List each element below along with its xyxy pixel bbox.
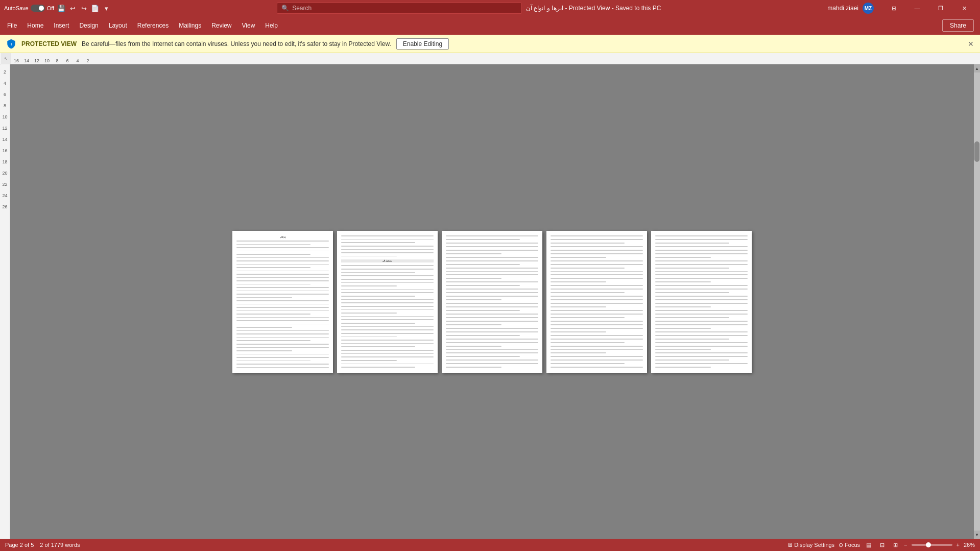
p1-line22: [236, 310, 329, 312]
word-count: 2 of 1779 words: [40, 542, 80, 548]
p3-line25: [446, 321, 538, 322]
p3-line38: [446, 367, 501, 368]
menu-insert[interactable]: Insert: [49, 20, 74, 31]
p1-line34: [236, 350, 292, 351]
p1-line28: [236, 330, 329, 331]
p4-line1: [551, 235, 643, 236]
vertical-scrollbar[interactable]: ▲ ▼: [974, 64, 980, 539]
p1-line26: [236, 324, 329, 325]
p5-line32: [655, 346, 748, 347]
p2-line22: [341, 313, 397, 314]
close-protected-bar-icon[interactable]: ✕: [968, 40, 974, 48]
p3-line28: [446, 331, 538, 332]
document-area[interactable]: پرچم: [10, 64, 974, 539]
enable-editing-button[interactable]: Enable Editing: [396, 38, 449, 50]
p5-line7: [655, 257, 711, 258]
zoom-in-icon[interactable]: +: [957, 542, 960, 548]
p3-line33: [446, 349, 538, 350]
title-center: 🔍 ابرها و انواع آن - Protected View - Sa…: [114, 3, 823, 14]
vruler-26: 26: [2, 201, 7, 212]
p5-line36: [655, 360, 729, 361]
menu-bar: File Home Insert Design Layout Reference…: [0, 16, 980, 35]
minimize-button[interactable]: —: [905, 0, 929, 16]
p1-line8: [236, 264, 329, 265]
zoom-slider[interactable]: [912, 544, 952, 546]
p1-line20: [236, 304, 329, 305]
redo-icon[interactable]: ↪: [80, 4, 88, 12]
p3-line3: [446, 243, 538, 244]
close-button[interactable]: ✕: [952, 0, 976, 16]
p3-line17: [446, 292, 538, 293]
p1-line35: [236, 354, 329, 355]
menu-review[interactable]: Review: [206, 20, 236, 31]
display-settings-icon: 🖥: [787, 542, 793, 548]
p5-line2: [655, 239, 748, 240]
p4-line9: [551, 264, 643, 265]
page-2: مستقبل الی: [337, 231, 438, 373]
p3-line32: [446, 346, 501, 347]
search-box[interactable]: 🔍: [277, 3, 522, 14]
p1-line29: [236, 333, 329, 334]
p3-line19: [446, 299, 501, 300]
p5-line17: [655, 292, 729, 293]
zoom-out-icon[interactable]: −: [904, 542, 907, 548]
p4-line7: [551, 257, 606, 258]
p2-line7: [341, 256, 397, 257]
autosave-switch[interactable]: [31, 5, 45, 12]
customize-icon[interactable]: ▾: [102, 4, 110, 12]
p1-line9: [236, 267, 310, 268]
p5-line19: [655, 299, 748, 300]
p4-line14: [551, 281, 606, 282]
p5-line12: [655, 274, 748, 275]
vruler-4: 4: [4, 78, 6, 89]
autosave-toggle[interactable]: AutoSave Off: [4, 5, 54, 12]
new-doc-icon[interactable]: 📄: [91, 4, 99, 12]
menu-view[interactable]: View: [237, 20, 260, 31]
scroll-up-arrow[interactable]: ▲: [974, 64, 980, 73]
ribbon-toggle-btn[interactable]: ⊟: [882, 0, 905, 16]
focus-button[interactable]: ⊙ Focus: [839, 542, 860, 548]
restore-button[interactable]: ❐: [929, 0, 952, 16]
menu-references[interactable]: References: [132, 20, 174, 31]
p4-line29: [551, 335, 643, 336]
menu-home[interactable]: Home: [22, 20, 49, 31]
search-input[interactable]: [292, 5, 517, 12]
menu-file[interactable]: File: [2, 20, 22, 31]
menu-help[interactable]: Help: [260, 20, 283, 31]
scroll-down-arrow[interactable]: ▼: [974, 531, 980, 539]
view-read-mode-btn[interactable]: ⊞: [891, 540, 900, 549]
p1-line10: [236, 271, 329, 272]
p4-line12: [551, 274, 643, 275]
focus-icon: ⊙: [839, 542, 843, 548]
p1-line36: [236, 357, 329, 358]
menu-layout[interactable]: Layout: [104, 20, 132, 31]
view-web-layout-btn[interactable]: ⊟: [877, 540, 887, 549]
p4-line5: [551, 250, 643, 251]
view-print-layout-btn[interactable]: ▤: [864, 540, 873, 549]
p1-line4: [236, 251, 329, 252]
p5-line15: [655, 285, 748, 286]
p5-line27: [655, 328, 711, 329]
menu-design[interactable]: Design: [74, 20, 103, 31]
zoom-thumb[interactable]: [926, 542, 931, 547]
save-icon[interactable]: 💾: [57, 4, 65, 12]
p2-line19: [341, 302, 434, 303]
scrollbar-track[interactable]: [974, 73, 980, 531]
p5-line22: [655, 310, 748, 311]
menu-mailings[interactable]: Mailings: [174, 20, 206, 31]
p2-line6: [341, 252, 434, 253]
scrollbar-thumb[interactable]: [974, 141, 979, 162]
display-settings-button[interactable]: 🖥 Display Settings: [787, 542, 834, 548]
p1-line16: [236, 291, 329, 292]
user-avatar[interactable]: MZ: [863, 3, 874, 14]
share-button[interactable]: Share: [942, 19, 974, 32]
p3-line20: [446, 303, 538, 304]
horizontal-ruler: 16 14 12 10 8 6 4 2: [11, 53, 979, 64]
p2-line14: [341, 285, 397, 286]
undo-icon[interactable]: ↩: [68, 4, 77, 12]
p2-line38: [341, 367, 415, 368]
p5-line20: [655, 303, 748, 304]
p2-line26: [341, 326, 434, 327]
p2-line30: [341, 340, 434, 341]
p2-line21: [341, 309, 434, 310]
